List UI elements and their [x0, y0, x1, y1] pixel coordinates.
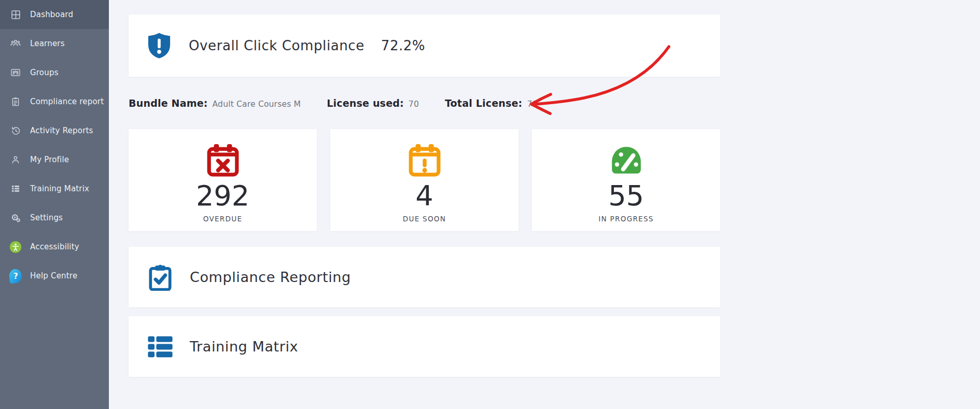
in-progress-count: 55	[608, 181, 644, 211]
sidebar-item-label: Compliance report	[30, 97, 104, 106]
clipboard-check-icon	[146, 263, 174, 291]
total-license-label: Total License:	[445, 97, 522, 109]
learners-icon	[9, 37, 22, 50]
help-centre-icon: ?	[9, 270, 22, 282]
sidebar-item-learners[interactable]: Learners	[0, 29, 109, 58]
my-profile-icon	[9, 153, 22, 166]
calendar-x-icon	[206, 143, 240, 179]
sidebar-item-label: Learners	[30, 39, 65, 48]
compliance-reporting-card[interactable]: Compliance Reporting	[129, 247, 720, 307]
sidebar-item-label: Groups	[30, 68, 59, 77]
sidebar-item-settings[interactable]: Settings	[0, 203, 109, 232]
activity-reports-icon	[9, 124, 22, 137]
due-soon-count: 4	[415, 181, 433, 211]
sidebar-item-my-profile[interactable]: My Profile	[0, 145, 109, 174]
sidebar-item-label: My Profile	[30, 155, 69, 164]
sidebar-item-label: Training Matrix	[30, 184, 89, 193]
sidebar: Dashboard Learners Groups	[0, 0, 109, 409]
training-matrix-card[interactable]: Training Matrix	[129, 316, 720, 377]
overdue-stat-card[interactable]: 292 OVERDUE	[129, 129, 317, 231]
total-license-pair: Total License: 70	[445, 97, 538, 109]
due-soon-stat-card[interactable]: 4 DUE SOON	[330, 129, 519, 231]
total-license-value: 70	[527, 100, 537, 109]
license-used-label: License used:	[327, 97, 404, 109]
sidebar-item-dashboard[interactable]: Dashboard	[0, 0, 109, 29]
dashboard-icon	[9, 8, 22, 21]
settings-icon	[9, 211, 22, 224]
training-matrix-title: Training Matrix	[190, 339, 298, 355]
compliance-reporting-title: Compliance Reporting	[190, 269, 351, 285]
speedometer-icon	[609, 143, 643, 179]
sidebar-item-groups[interactable]: Groups	[0, 58, 109, 87]
license-used-pair: License used: 70	[327, 97, 419, 109]
sidebar-item-help-centre[interactable]: ? Help Centre	[0, 261, 109, 290]
sidebar-item-label: Help Centre	[30, 271, 77, 280]
overall-compliance-card: Overall Click Compliance 72.2%	[129, 15, 720, 77]
calendar-alert-icon	[408, 143, 442, 179]
overdue-count: 292	[196, 181, 249, 211]
sidebar-item-compliance-report[interactable]: Compliance report	[0, 87, 109, 116]
main-content: Overall Click Compliance 72.2% Bundle Na…	[109, 0, 980, 409]
in-progress-stat-card[interactable]: 55 IN PROGRESS	[532, 129, 720, 231]
compliance-report-icon	[9, 95, 22, 108]
in-progress-label: IN PROGRESS	[598, 215, 653, 223]
question-mark-glyph: ?	[13, 271, 18, 280]
due-soon-label: DUE SOON	[403, 215, 446, 223]
sidebar-item-activity-reports[interactable]: Activity Reports	[0, 116, 109, 145]
bundle-name-pair: Bundle Name: Adult Care Courses M	[129, 97, 301, 109]
bundle-info-row: Bundle Name: Adult Care Courses M Licens…	[129, 97, 538, 115]
page-title: Overall Click Compliance	[189, 38, 365, 53]
sidebar-item-label: Dashboard	[30, 10, 73, 19]
bundle-name-value: Adult Care Courses M	[213, 100, 301, 109]
shield-alert-icon	[145, 32, 173, 60]
accessibility-icon	[9, 241, 22, 253]
sidebar-item-label: Accessibility	[30, 242, 79, 251]
overdue-label: OVERDUE	[203, 215, 242, 223]
groups-icon	[9, 66, 22, 79]
sidebar-item-accessibility[interactable]: Accessibility	[0, 232, 109, 261]
overall-compliance-value: 72.2%	[381, 38, 425, 53]
sidebar-item-label: Settings	[30, 213, 63, 222]
sidebar-item-label: Activity Reports	[30, 126, 93, 135]
training-matrix-icon	[9, 182, 22, 195]
bundle-name-label: Bundle Name:	[129, 97, 208, 109]
table-rows-icon	[146, 333, 174, 361]
license-used-value: 70	[409, 100, 419, 109]
sidebar-item-training-matrix[interactable]: Training Matrix	[0, 174, 109, 203]
